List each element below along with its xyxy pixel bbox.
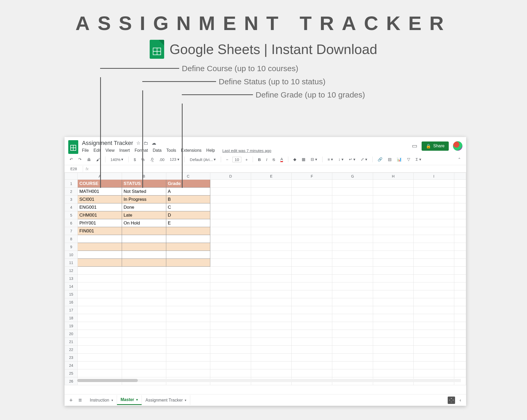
cell[interactable] xyxy=(332,346,373,354)
sheet-tab[interactable]: Assignment Tracker▾ xyxy=(142,395,190,405)
cell[interactable] xyxy=(413,330,454,338)
cell[interactable] xyxy=(122,298,166,306)
cell[interactable] xyxy=(454,211,466,219)
cell[interactable] xyxy=(122,369,166,377)
cell[interactable]: Not Started xyxy=(122,188,166,196)
cell[interactable] xyxy=(291,203,332,211)
select-all-corner[interactable] xyxy=(65,173,78,180)
col-header-B[interactable]: B xyxy=(122,173,166,180)
cell[interactable] xyxy=(454,330,466,338)
explore-button[interactable] xyxy=(448,397,455,404)
row-header[interactable]: 4 xyxy=(65,203,78,211)
cell[interactable] xyxy=(413,235,454,243)
col-header-H[interactable]: H xyxy=(373,173,413,180)
cell[interactable] xyxy=(210,243,251,251)
halign-button[interactable]: ≡ ▾ xyxy=(326,156,334,163)
cell[interactable] xyxy=(373,338,413,346)
cell[interactable] xyxy=(454,188,466,196)
cell[interactable] xyxy=(454,298,466,306)
name-box[interactable]: E28 xyxy=(65,166,83,172)
cell[interactable] xyxy=(166,330,210,338)
cell[interactable] xyxy=(122,267,166,275)
cell[interactable] xyxy=(291,188,332,196)
menu-file[interactable]: File xyxy=(82,148,89,153)
cell[interactable] xyxy=(373,369,413,377)
cell[interactable] xyxy=(166,251,210,259)
fontsize-field[interactable]: 10 xyxy=(232,157,242,162)
cell[interactable] xyxy=(251,180,291,188)
cell[interactable] xyxy=(210,314,251,322)
cell[interactable] xyxy=(332,259,373,267)
cell[interactable] xyxy=(251,188,291,196)
cell[interactable] xyxy=(373,282,413,290)
row-header[interactable]: 21 xyxy=(65,338,78,346)
cell[interactable] xyxy=(251,314,291,322)
last-edit-text[interactable]: Last edit was 7 minutes ago xyxy=(222,148,271,153)
sheets-doc-icon[interactable] xyxy=(68,140,78,154)
cell[interactable] xyxy=(332,235,373,243)
share-button[interactable]: 🔒 Share xyxy=(422,141,449,151)
cell[interactable] xyxy=(78,362,122,369)
cell[interactable] xyxy=(454,369,466,377)
cell[interactable] xyxy=(332,243,373,251)
cell[interactable] xyxy=(454,306,466,314)
cell[interactable] xyxy=(78,338,122,346)
cell[interactable]: PHY001 xyxy=(78,219,122,227)
cell[interactable] xyxy=(78,369,122,377)
filter-button[interactable]: ▽ xyxy=(406,156,412,163)
cell[interactable]: A xyxy=(166,188,210,196)
cell[interactable] xyxy=(210,227,251,235)
cell[interactable] xyxy=(454,290,466,298)
cell[interactable]: D xyxy=(166,211,210,219)
comment-button[interactable]: ▤ xyxy=(387,156,393,163)
row-header[interactable]: 10 xyxy=(65,251,78,259)
cell[interactable]: ENG001 xyxy=(78,203,122,211)
cell[interactable] xyxy=(332,251,373,259)
cell[interactable] xyxy=(291,282,332,290)
row-header[interactable]: 26 xyxy=(65,377,78,385)
row-header[interactable]: 15 xyxy=(65,290,78,298)
cell[interactable] xyxy=(454,314,466,322)
cell[interactable] xyxy=(413,306,454,314)
cell[interactable] xyxy=(454,362,466,369)
cell[interactable] xyxy=(210,369,251,377)
cell[interactable] xyxy=(413,298,454,306)
cell[interactable] xyxy=(251,219,291,227)
cell[interactable] xyxy=(251,306,291,314)
cell[interactable] xyxy=(454,180,466,188)
cell[interactable] xyxy=(251,362,291,369)
col-header-E[interactable]: E xyxy=(251,173,291,180)
cell[interactable] xyxy=(291,219,332,227)
cell[interactable] xyxy=(332,314,373,322)
fillcolor-button[interactable]: ◆ xyxy=(292,156,298,163)
cell[interactable] xyxy=(122,314,166,322)
move-icon[interactable]: 🗀 xyxy=(144,140,148,146)
cell[interactable] xyxy=(373,188,413,196)
cell[interactable] xyxy=(166,282,210,290)
cell[interactable] xyxy=(413,346,454,354)
cell[interactable] xyxy=(373,235,413,243)
cell[interactable] xyxy=(291,235,332,243)
cell[interactable] xyxy=(210,322,251,330)
fontsize-dec[interactable]: − xyxy=(225,157,230,163)
cell[interactable] xyxy=(454,275,466,282)
cell[interactable] xyxy=(413,338,454,346)
row-header[interactable]: 6 xyxy=(65,219,78,227)
cell[interactable] xyxy=(332,306,373,314)
cell[interactable] xyxy=(78,330,122,338)
cell[interactable] xyxy=(413,267,454,275)
cell[interactable] xyxy=(210,354,251,362)
cell[interactable] xyxy=(373,196,413,203)
merge-button[interactable]: ⊟ ▾ xyxy=(309,156,319,163)
cell[interactable] xyxy=(291,314,332,322)
cell[interactable] xyxy=(122,235,166,243)
menu-extensions[interactable]: Extensions xyxy=(181,148,202,153)
cell[interactable] xyxy=(210,338,251,346)
cell[interactable] xyxy=(291,322,332,330)
cell[interactable] xyxy=(122,362,166,369)
cell[interactable] xyxy=(454,227,466,235)
cell[interactable] xyxy=(373,330,413,338)
cell[interactable] xyxy=(166,259,210,267)
cell[interactable] xyxy=(332,330,373,338)
spreadsheet-grid[interactable]: A B C D E F G H I 1COURSESTATUSGrade2MAT… xyxy=(65,173,466,385)
